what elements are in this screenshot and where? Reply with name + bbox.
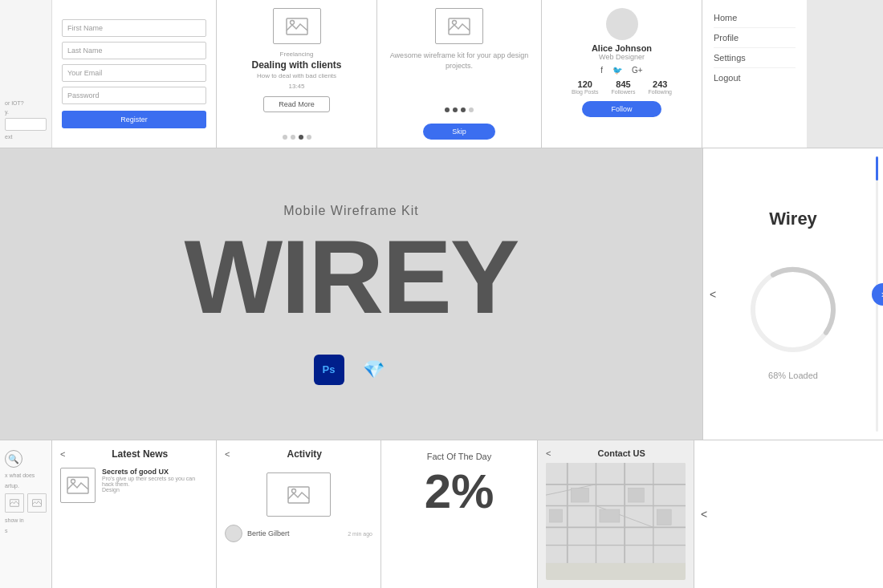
news-item-title: Secrets of good UX: [102, 468, 208, 476]
blog-title: Dealing with clients: [251, 59, 341, 71]
activity-username: Bertie Gilbert: [247, 529, 343, 537]
news-item-tag: Design: [102, 487, 208, 493]
svg-rect-0: [287, 18, 307, 34]
loading-title: Wirey: [769, 209, 817, 229]
map-title: Contact US: [557, 448, 686, 458]
social-icons-row: f 🐦 G+: [600, 66, 642, 75]
photoshop-icon: Ps: [314, 355, 344, 385]
dropdown-menu-panel: Home Profile Settings Logout: [702, 0, 807, 148]
action-button[interactable]: ›: [872, 283, 883, 306]
news-title: Latest News: [71, 448, 208, 460]
partial-text-3: ext: [5, 134, 47, 140]
thumb-img-1: [5, 493, 24, 513]
skip-button[interactable]: Skip: [423, 124, 495, 140]
map-header: < Contact US: [546, 448, 686, 458]
following-stat: 243 Following: [648, 79, 672, 95]
registration-form-panel: First Name Last Name Your Email Password…: [52, 0, 217, 148]
menu-item-profile[interactable]: Profile: [714, 28, 796, 48]
bottom-row: 🔍 x what does artup. show in s < Lates: [0, 440, 883, 588]
onboarding-panel: Awesome wireframe kit for your app desig…: [377, 0, 542, 148]
onboard-dots: [445, 107, 474, 112]
news-item-image: [60, 468, 96, 503]
svg-rect-10: [288, 487, 309, 503]
activity-title: Activity: [236, 448, 372, 460]
svg-point-11: [292, 489, 296, 493]
svg-point-5: [745, 262, 841, 358]
read-more-button[interactable]: Read More: [263, 96, 330, 112]
chevron-left-icon[interactable]: <: [710, 288, 716, 301]
fact-of-day-panel: Fact Of The Day 2%: [381, 440, 538, 588]
hero-title: WIREY: [184, 225, 518, 329]
blog-image: [273, 8, 321, 44]
dot-2[interactable]: [291, 135, 295, 140]
partial-btn: [5, 118, 47, 131]
activity-panel: < Activity Bertie Gilbert 2 min ago: [217, 440, 381, 588]
search-icon[interactable]: 🔍: [5, 450, 22, 468]
loading-panel: < Wirey 68% Loaded ›: [702, 148, 883, 440]
news-back-icon[interactable]: <: [60, 449, 65, 459]
middle-row: Mobile Wireframe Kit WIREY Ps 💎 < Wirey …: [0, 148, 883, 440]
svg-rect-25: [629, 488, 645, 502]
svg-rect-24: [600, 509, 620, 522]
contact-map-panel: < Contact US: [538, 440, 694, 588]
onboard-dot-1[interactable]: [445, 107, 450, 112]
svg-rect-8: [67, 477, 88, 493]
dot-3[interactable]: [299, 135, 303, 140]
chevron-right-icon[interactable]: <: [701, 508, 707, 521]
avatar: [606, 8, 638, 40]
email-field[interactable]: Your Email: [62, 64, 206, 82]
register-button[interactable]: Register: [62, 111, 206, 128]
last-name-field[interactable]: Last Name: [62, 42, 206, 59]
loading-circle: [745, 262, 841, 358]
menu-item-home[interactable]: Home: [714, 8, 796, 28]
fact-number: 2%: [393, 468, 526, 516]
blog-posts-stat: 120 Blog Posts: [572, 79, 598, 95]
fact-label: Fact Of The Day: [393, 452, 526, 461]
svg-rect-27: [549, 509, 562, 522]
hero-panel: Mobile Wireframe Kit WIREY Ps 💎: [0, 148, 702, 440]
onboard-dot-4[interactable]: [469, 107, 474, 112]
carousel-dots: [283, 135, 311, 140]
svg-rect-26: [657, 509, 671, 525]
svg-point-9: [71, 480, 75, 484]
svg-point-3: [453, 20, 457, 24]
dot-4[interactable]: [307, 135, 311, 140]
partial-label-2: artup.: [5, 483, 47, 489]
first-name-field[interactable]: First Name: [62, 19, 206, 37]
onboard-dot-3[interactable]: [461, 107, 466, 112]
reg-left-partial: or IOT? y. ext: [0, 0, 52, 148]
blog-post-panel: Freelancing Dealing with clients How to …: [217, 0, 377, 148]
partial-label-3: show in: [5, 517, 47, 523]
thumb-img-2: [27, 493, 47, 513]
profile-panel: Alice Johnson Web Designer f 🐦 G+ 120 Bl…: [542, 0, 702, 148]
facebook-icon[interactable]: f: [600, 66, 603, 75]
activity-time: 2 min ago: [348, 531, 372, 537]
password-field[interactable]: Password: [62, 87, 206, 104]
dot-1[interactable]: [283, 135, 287, 140]
map-area: [546, 463, 686, 580]
latest-news-panel: < Latest News Secrets of good UX Pro's g…: [52, 440, 217, 588]
onboard-dot-2[interactable]: [453, 107, 458, 112]
activity-user-row: Bertie Gilbert 2 min ago: [225, 525, 372, 542]
blog-posts-count: 120: [578, 79, 592, 89]
stats-row: 120 Blog Posts 845 Followers 243 Followi…: [572, 79, 672, 95]
blog-time: 13:45: [288, 83, 304, 90]
menu-item-settings[interactable]: Settings: [714, 48, 796, 68]
news-item-content: Secrets of good UX Pro's give up their s…: [102, 468, 208, 503]
bottom-last-partial: <: [694, 440, 883, 588]
news-item: Secrets of good UX Pro's give up their s…: [60, 468, 208, 503]
googleplus-icon[interactable]: G+: [632, 66, 643, 75]
twitter-icon[interactable]: 🐦: [612, 66, 622, 75]
menu-item-logout[interactable]: Logout: [714, 68, 796, 87]
partial-label-4: s: [5, 528, 47, 533]
map-back-icon[interactable]: <: [546, 448, 551, 458]
followers-stat: 845 Followers: [611, 79, 635, 95]
activity-image: [267, 472, 331, 517]
sketch-icon: 💎: [359, 355, 389, 385]
onboard-text: Awesome wireframe kit for your app desig…: [385, 51, 533, 71]
svg-rect-23: [571, 488, 588, 502]
follow-button[interactable]: Follow: [582, 101, 661, 117]
activity-back-icon[interactable]: <: [225, 449, 230, 459]
followers-label: Followers: [611, 89, 635, 95]
activity-header: < Activity: [225, 448, 372, 460]
